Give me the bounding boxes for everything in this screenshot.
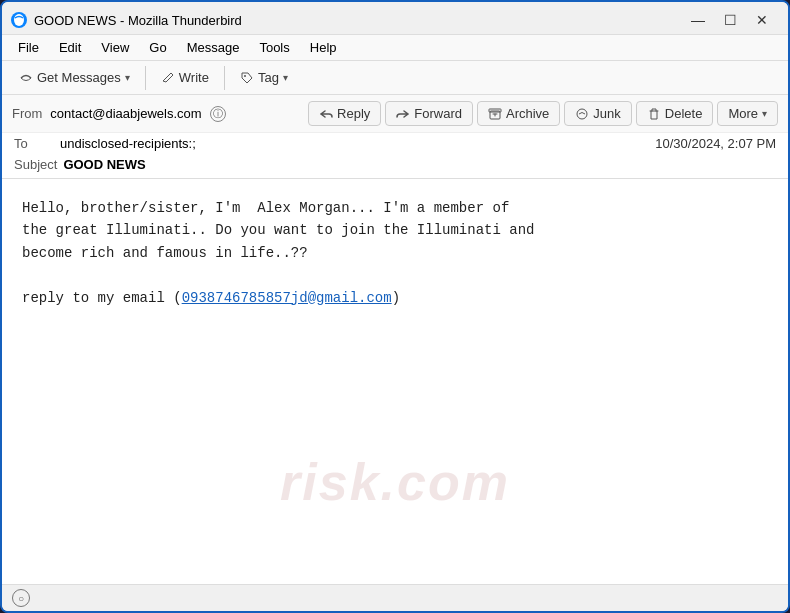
title-bar: GOOD NEWS - Mozilla Thunderbird — ☐ ✕ [2,2,788,35]
junk-label: Junk [593,106,620,121]
more-label: More [728,106,758,121]
to-value: undisclosed-recipients:; [60,136,196,151]
from-label: From [12,106,42,121]
toolbar-separator-1 [145,66,146,90]
email-body: risk.com Hello, brother/sister, I'm Alex… [2,179,788,584]
write-icon [161,71,175,85]
menu-bar: File Edit View Go Message Tools Help [2,35,788,61]
get-messages-button[interactable]: Get Messages ▾ [10,65,139,90]
tag-icon [240,71,254,85]
app-window: GOOD NEWS - Mozilla Thunderbird — ☐ ✕ Fi… [0,0,790,613]
subject-row: Subject GOOD NEWS [2,154,788,178]
delete-button[interactable]: Delete [636,101,714,126]
sender-info-icon[interactable]: ⓘ [210,106,226,122]
from-address: contact@diaabjewels.com [50,106,201,121]
to-label: To [14,136,54,151]
maximize-button[interactable]: ☐ [716,10,744,30]
junk-button[interactable]: Junk [564,101,631,126]
menu-tools[interactable]: Tools [251,37,297,58]
write-button[interactable]: Write [152,65,218,90]
svg-point-2 [244,75,246,77]
junk-icon [575,107,589,121]
archive-button[interactable]: Archive [477,101,560,126]
status-bar: ○ [2,584,788,611]
thunderbird-icon [10,11,28,29]
watermark: risk.com [280,441,510,524]
get-messages-dropdown-arrow[interactable]: ▾ [125,72,130,83]
reply-button[interactable]: Reply [308,101,381,126]
menu-message[interactable]: Message [179,37,248,58]
more-dropdown-arrow: ▾ [762,108,767,119]
reply-label: Reply [337,106,370,121]
minimize-button[interactable]: — [684,10,712,30]
more-button[interactable]: More ▾ [717,101,778,126]
menu-edit[interactable]: Edit [51,37,89,58]
menu-help[interactable]: Help [302,37,345,58]
delete-icon [647,107,661,121]
window-title: GOOD NEWS - Mozilla Thunderbird [34,13,242,28]
title-bar-left: GOOD NEWS - Mozilla Thunderbird [10,11,242,29]
toolbar-separator-2 [224,66,225,90]
email-link[interactable]: 0938746785857jd@gmail.com [182,290,392,306]
subject-value: GOOD NEWS [63,157,145,172]
email-body-text-2: ) [392,290,400,306]
archive-label: Archive [506,106,549,121]
get-messages-icon [19,71,33,85]
svg-point-5 [577,109,587,119]
write-label: Write [179,70,209,85]
tag-dropdown-arrow[interactable]: ▾ [283,72,288,83]
status-icon: ○ [12,589,30,607]
forward-label: Forward [414,106,462,121]
to-row: To undisclosed-recipients:; 10/30/2024, … [2,133,788,154]
toolbar: Get Messages ▾ Write Tag ▾ [2,61,788,95]
email-header: From contact@diaabjewels.com ⓘ Reply For… [2,95,788,179]
forward-icon [396,107,410,121]
email-date: 10/30/2024, 2:07 PM [655,136,776,151]
get-messages-label: Get Messages [37,70,121,85]
tag-button[interactable]: Tag ▾ [231,65,297,90]
forward-button[interactable]: Forward [385,101,473,126]
archive-icon [488,107,502,121]
reply-icon [319,107,333,121]
tag-label: Tag [258,70,279,85]
menu-go[interactable]: Go [141,37,174,58]
menu-file[interactable]: File [10,37,47,58]
menu-view[interactable]: View [93,37,137,58]
close-button[interactable]: ✕ [748,10,776,30]
subject-label: Subject [14,157,57,172]
delete-label: Delete [665,106,703,121]
email-action-bar: From contact@diaabjewels.com ⓘ Reply For… [2,95,788,133]
title-bar-controls: — ☐ ✕ [684,10,776,30]
